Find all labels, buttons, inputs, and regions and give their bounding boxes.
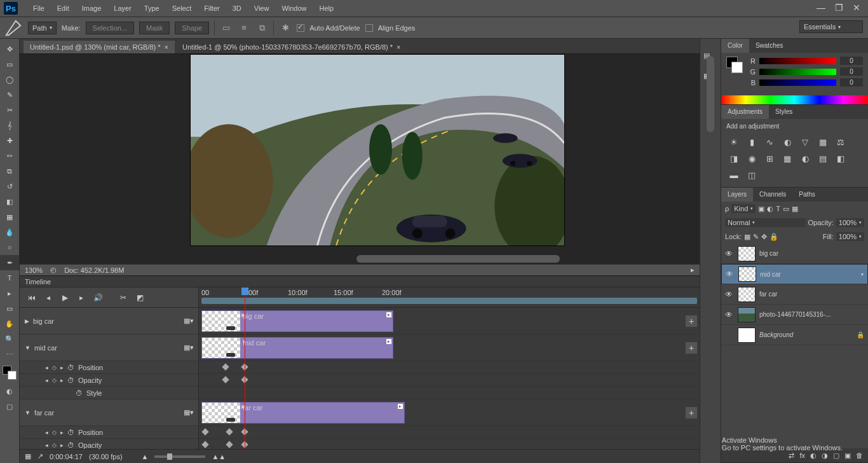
eraser-tool[interactable]: ◧ <box>0 194 19 209</box>
prev-frame-button[interactable]: ◂ <box>41 291 55 305</box>
zoom-in-icon[interactable]: ▲▲ <box>212 453 226 460</box>
type-tool[interactable]: T <box>0 270 19 286</box>
kf-next-icon[interactable]: ▸ <box>60 429 64 436</box>
keyframe[interactable] <box>226 428 233 435</box>
prop-opacity[interactable]: Opacity <box>78 377 102 384</box>
disclosure-icon[interactable]: ▼ <box>25 410 31 416</box>
prop-opacity[interactable]: Opacity <box>78 441 102 449</box>
tab-swatches[interactable]: Swatches <box>749 39 789 53</box>
align-edges-checkbox[interactable] <box>365 24 373 32</box>
fg-bg-swatch[interactable] <box>726 57 744 74</box>
auto-add-delete-checkbox[interactable] <box>297 24 304 32</box>
visibility-icon[interactable]: 👁 <box>726 270 735 279</box>
dodge-tool[interactable]: ○ <box>0 240 19 255</box>
keyframe[interactable] <box>222 363 229 370</box>
menu-image[interactable]: Image <box>76 0 108 17</box>
disclosure-icon[interactable]: ▶ <box>25 318 29 324</box>
filter-smart-icon[interactable]: ▦ <box>792 205 798 213</box>
kf-toggle-icon[interactable]: ◇ <box>52 429 57 436</box>
green-slider[interactable] <box>759 69 836 75</box>
gradient-map-icon[interactable]: ▬ <box>728 169 740 181</box>
layer-fx-icon[interactable]: fx <box>799 452 805 459</box>
path-mode-select[interactable]: Path <box>28 22 57 34</box>
fill-field[interactable]: 100% <box>836 232 864 241</box>
exposure-icon[interactable]: ◐ <box>781 136 794 148</box>
menu-window[interactable]: Window <box>275 0 313 17</box>
keyframe[interactable] <box>201 428 208 435</box>
lasso-tool[interactable]: ◯ <box>0 72 19 87</box>
mask-button[interactable]: Mask <box>139 22 170 34</box>
keyframe[interactable] <box>222 376 229 383</box>
tab-layers[interactable]: Layers <box>721 188 753 202</box>
layer-mid-car[interactable]: 👁mid car <box>721 264 868 284</box>
menu-view[interactable]: View <box>248 0 276 17</box>
minimize-button[interactable]: — <box>812 1 830 14</box>
kf-prev-icon[interactable]: ◂ <box>45 429 48 436</box>
audio-button[interactable]: 🔊 <box>91 291 105 305</box>
edit-toolbar[interactable]: ⋯ <box>0 347 19 362</box>
fg-bg-colors[interactable] <box>0 364 19 384</box>
group-icon[interactable]: ▢ <box>833 452 839 460</box>
close-button[interactable]: ✕ <box>848 1 865 14</box>
kf-toggle-icon[interactable]: ◇ <box>52 377 57 384</box>
vertical-scrollbar[interactable] <box>707 56 714 132</box>
brightness-icon[interactable]: ☀ <box>728 136 740 148</box>
lock-pixels-icon[interactable]: ✎ <box>753 233 759 241</box>
close-icon[interactable]: × <box>397 43 400 51</box>
history-brush-tool[interactable]: ↺ <box>0 179 19 194</box>
stopwatch-icon[interactable]: ⏱ <box>76 389 83 397</box>
add-track-button[interactable]: + <box>686 315 697 327</box>
workspace-select[interactable]: Essentials <box>799 20 863 33</box>
screenmode-toggle[interactable]: ▢ <box>0 399 19 414</box>
kf-next-icon[interactable]: ▸ <box>60 442 64 448</box>
layer-background[interactable]: Background🔒 <box>721 325 868 345</box>
canvas-area[interactable] <box>20 54 700 264</box>
filter-adjust-icon[interactable]: ◐ <box>767 205 773 213</box>
kf-prev-icon[interactable]: ◂ <box>45 377 48 384</box>
tab-adjustments[interactable]: Adjustments <box>721 105 769 119</box>
marquee-tool[interactable]: ▭ <box>0 57 19 72</box>
tab-paths[interactable]: Paths <box>792 188 822 202</box>
path-arrange-icon[interactable]: ⧉ <box>255 22 268 34</box>
filter-shape-icon[interactable]: ▭ <box>783 205 789 213</box>
red-slider[interactable] <box>759 58 836 64</box>
close-icon[interactable]: × <box>165 43 168 51</box>
blend-mode-select[interactable]: Normal <box>725 218 806 227</box>
keyframe[interactable] <box>201 441 208 448</box>
kf-prev-icon[interactable]: ◂ <box>45 364 48 371</box>
render-icon[interactable]: ↗ <box>37 452 43 460</box>
stopwatch-icon[interactable]: ⏱ <box>67 377 74 384</box>
adjustment-layer-icon[interactable]: ◑ <box>822 452 828 460</box>
menu-file[interactable]: File <box>27 0 51 17</box>
posterize-icon[interactable]: ▤ <box>817 153 829 164</box>
blue-slider[interactable] <box>759 79 836 86</box>
layer-big-car[interactable]: 👁big car <box>721 244 868 264</box>
prop-position[interactable]: Position <box>78 364 103 371</box>
pen-tool-icon[interactable] <box>4 20 23 36</box>
filter-type-icon[interactable]: T <box>776 205 780 212</box>
keyframe[interactable] <box>226 441 233 448</box>
move-tool[interactable]: ✥ <box>0 41 19 57</box>
filter-pixel-icon[interactable]: ▣ <box>758 205 764 213</box>
clip-mid-car[interactable]: ▼mid car▸ <box>201 337 393 359</box>
healing-tool[interactable]: ✚ <box>0 133 19 148</box>
menu-edit[interactable]: Edit <box>51 0 76 17</box>
red-value[interactable]: 0 <box>840 57 863 65</box>
blur-tool[interactable]: 💧 <box>0 225 19 240</box>
track-menu-icon[interactable]: ▦▾ <box>184 343 194 352</box>
canvas[interactable] <box>190 54 565 246</box>
path-align-icon[interactable]: ≡ <box>238 22 250 34</box>
visibility-icon[interactable]: 👁 <box>725 249 734 258</box>
pen-tool[interactable]: ✒ <box>0 255 19 270</box>
layer-photo[interactable]: 👁photo-1446770145316-... <box>721 305 868 325</box>
frame-rate[interactable]: (30.00 fps) <box>89 453 123 460</box>
lock-position-icon[interactable]: ✥ <box>761 233 767 241</box>
bw-icon[interactable]: ◨ <box>728 153 740 164</box>
timeline-ruler[interactable]: 00 00f 10:00f 15:00f 20:00f <box>199 287 700 308</box>
color-lookup-icon[interactable]: ▦ <box>781 153 794 164</box>
track-far-car[interactable]: far car <box>34 409 54 417</box>
track-menu-icon[interactable]: ▦▾ <box>184 408 194 417</box>
prop-position[interactable]: Position <box>78 429 103 436</box>
menu-type[interactable]: Type <box>138 0 166 17</box>
tab-color[interactable]: Color <box>721 39 749 53</box>
